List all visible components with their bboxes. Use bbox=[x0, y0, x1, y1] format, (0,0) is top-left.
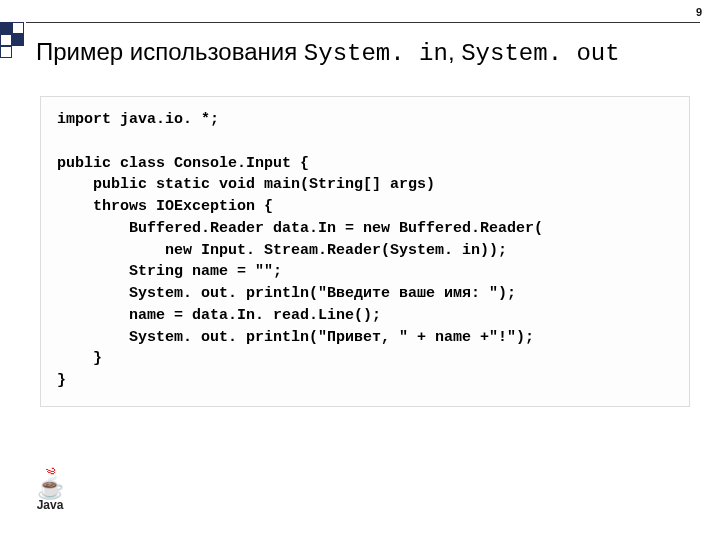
code-line: String name = ""; bbox=[57, 263, 282, 280]
java-cup-icon: ☕ bbox=[37, 480, 64, 496]
page-number: 9 bbox=[696, 6, 702, 18]
title-prefix: Пример использования bbox=[36, 38, 304, 65]
title-code-1: System. in bbox=[304, 40, 448, 67]
code-line: throws IOException { bbox=[57, 198, 273, 215]
java-wordmark: Java bbox=[37, 498, 64, 512]
code-line: System. out. println("Введите ваше имя: … bbox=[57, 285, 516, 302]
code-line: import java.io. *; bbox=[57, 111, 219, 128]
code-line: System. out. println("Привет, " + name +… bbox=[57, 329, 534, 346]
code-block: import java.io. *; public class Console.… bbox=[40, 96, 690, 407]
code-line: } bbox=[57, 372, 66, 389]
corner-decoration bbox=[0, 22, 24, 58]
code-line: name = data.In. read.Line(); bbox=[57, 307, 381, 324]
header-rule bbox=[26, 22, 700, 23]
code-line: public static void main(String[] args) bbox=[57, 176, 435, 193]
code-line: Buffered.Reader data.In = new Buffered.R… bbox=[57, 220, 543, 237]
title-separator: , bbox=[448, 38, 461, 65]
java-logo: ༄ ☕ Java bbox=[28, 466, 72, 512]
code-line: new Input. Stream.Reader(System. in)); bbox=[57, 242, 507, 259]
code-line: public class Console.Input { bbox=[57, 155, 309, 172]
code-line: } bbox=[57, 350, 102, 367]
slide-title: Пример использования System. in, System.… bbox=[36, 38, 620, 67]
title-code-2: System. out bbox=[461, 40, 619, 67]
